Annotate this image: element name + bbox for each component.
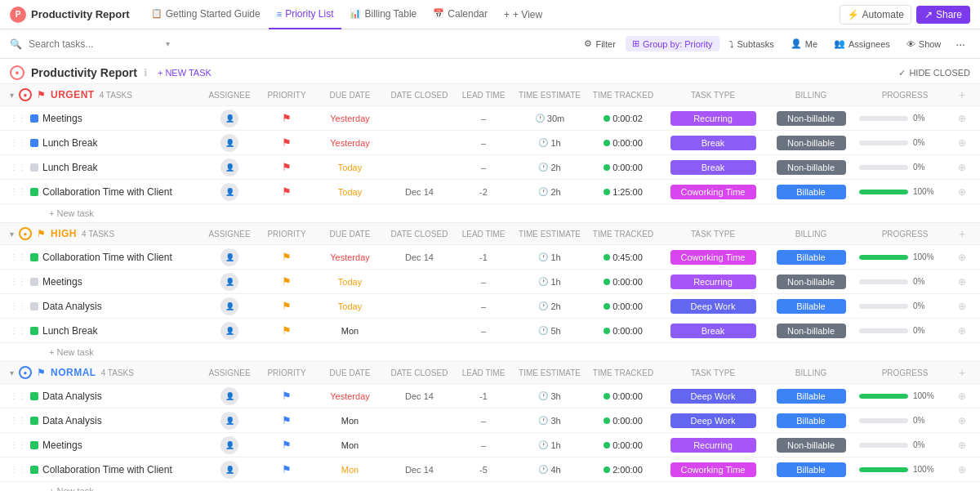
new-task-row[interactable]: + New task [0, 343, 980, 361]
subtasks-btn[interactable]: ⤵ Subtasks [723, 37, 781, 51]
filter-btn[interactable]: ⚙ Filter [577, 36, 621, 51]
due-date-cell[interactable]: Mon [315, 465, 385, 475]
drag-handle-icon[interactable]: ⋮⋮ [10, 138, 26, 147]
more-btn[interactable]: ··· [951, 35, 970, 53]
task-name[interactable]: Lunch Break [42, 162, 97, 173]
new-task-row[interactable]: + New task [0, 482, 980, 491]
due-date-cell[interactable]: Mon [315, 416, 385, 426]
priority-flag-icon[interactable]: ⚑ [282, 161, 292, 173]
task-name[interactable]: Collaboration Time with Client [42, 464, 172, 475]
add-view-btn[interactable]: + + View [496, 0, 550, 29]
task-name[interactable]: Collaboration Time with Client [42, 186, 172, 198]
due-date-cell[interactable]: Yesterday [315, 114, 385, 123]
priority-flag-icon[interactable]: ⚑ [282, 463, 292, 475]
group-by-btn[interactable]: ⊞ Group by: Priority [626, 36, 719, 51]
drag-handle-icon[interactable]: ⋮⋮ [10, 416, 26, 425]
task-name[interactable]: Collaboration Time with Client [42, 252, 172, 263]
automate-btn[interactable]: ⚡ Automate [840, 5, 911, 25]
section-collapse-icon[interactable]: ▾ [10, 91, 14, 100]
priority-flag-icon[interactable]: ⚑ [282, 275, 292, 288]
drag-handle-icon[interactable]: ⋮⋮ [10, 465, 26, 474]
task-name[interactable]: Meetings [42, 440, 82, 451]
col-add[interactable]: + [954, 366, 970, 379]
row-action[interactable]: ⊕ [954, 276, 970, 288]
due-date-cell[interactable]: Mon [315, 326, 385, 336]
due-date-cell[interactable]: Yesterday [315, 391, 385, 401]
row-action[interactable]: ⊕ [954, 440, 970, 451]
section-collapse-icon[interactable]: ▾ [10, 368, 14, 377]
drag-handle-icon[interactable]: ⋮⋮ [10, 326, 26, 335]
share-btn[interactable]: ↗ Share [916, 6, 970, 24]
chevron-down-icon[interactable]: ▾ [166, 39, 170, 48]
due-date-cell[interactable]: Yesterday [315, 138, 385, 148]
task-name[interactable]: Lunch Break [42, 137, 97, 149]
avatar[interactable]: 👤 [220, 183, 238, 201]
tab-getting-started[interactable]: 📋 Getting Started Guide [143, 0, 269, 29]
avatar[interactable]: 👤 [220, 412, 238, 430]
drag-handle-icon[interactable]: ⋮⋮ [10, 301, 26, 310]
tab-calendar[interactable]: 📅 Calendar [425, 0, 496, 29]
row-action[interactable]: ⊕ [954, 113, 970, 124]
drag-handle-icon[interactable]: ⋮⋮ [10, 277, 26, 286]
priority-flag-icon[interactable]: ⚑ [282, 414, 292, 426]
avatar[interactable]: 👤 [220, 109, 238, 127]
priority-flag-icon[interactable]: ⚑ [282, 185, 292, 198]
avatar[interactable]: 👤 [220, 134, 238, 152]
task-name[interactable]: Data Analysis [42, 415, 102, 426]
avatar[interactable]: 👤 [220, 387, 238, 405]
avatar[interactable]: 👤 [220, 273, 238, 291]
drag-handle-icon[interactable]: ⋮⋮ [10, 252, 26, 261]
due-date-cell[interactable]: Today [315, 163, 385, 172]
task-name[interactable]: Meetings [42, 113, 82, 124]
drag-handle-icon[interactable]: ⋮⋮ [10, 163, 26, 172]
show-btn[interactable]: 👁 Show [900, 37, 948, 51]
row-action[interactable]: ⊕ [954, 464, 970, 475]
section-collapse-icon[interactable]: ▾ [10, 230, 14, 239]
due-date-cell[interactable]: Today [315, 277, 385, 287]
row-action[interactable]: ⊕ [954, 391, 970, 402]
priority-flag-icon[interactable]: ⚑ [282, 390, 292, 402]
row-action[interactable]: ⊕ [954, 415, 970, 426]
task-name[interactable]: Data Analysis [42, 391, 102, 402]
col-add[interactable]: + [954, 227, 970, 240]
search-input[interactable] [29, 38, 159, 50]
col-lead-time: LEAD TIME [454, 91, 513, 100]
drag-handle-icon[interactable]: ⋮⋮ [10, 187, 26, 196]
row-action[interactable]: ⊕ [954, 301, 970, 312]
drag-handle-icon[interactable]: ⋮⋮ [10, 391, 26, 400]
row-action[interactable]: ⊕ [954, 252, 970, 263]
col-add[interactable]: + [954, 88, 970, 101]
tab-priority-list[interactable]: ≡ Priority List [269, 0, 342, 29]
hide-closed-btn[interactable]: ✓ HIDE CLOSED [898, 68, 970, 78]
drag-handle-icon[interactable]: ⋮⋮ [10, 114, 26, 123]
task-name[interactable]: Lunch Break [42, 325, 97, 337]
row-action[interactable]: ⊕ [954, 186, 970, 198]
drag-handle-icon[interactable]: ⋮⋮ [10, 440, 26, 449]
avatar[interactable]: 👤 [220, 436, 238, 454]
tab-billing-table[interactable]: 📊 Billing Table [341, 0, 425, 29]
due-date-cell[interactable]: Today [315, 301, 385, 311]
assignees-btn[interactable]: 👥 Assignees [827, 36, 897, 51]
row-action[interactable]: ⊕ [954, 162, 970, 173]
row-action[interactable]: ⊕ [954, 137, 970, 149]
new-task-btn[interactable]: + NEW TASK [158, 68, 212, 78]
new-task-row[interactable]: + New task [0, 204, 980, 222]
me-btn[interactable]: 👤 Me [784, 36, 824, 51]
avatar[interactable]: 👤 [220, 297, 238, 315]
priority-flag-icon[interactable]: ⚑ [282, 324, 292, 337]
task-name[interactable]: Data Analysis [42, 301, 102, 312]
priority-flag-icon[interactable]: ⚑ [282, 251, 292, 263]
avatar[interactable]: 👤 [220, 158, 238, 176]
avatar[interactable]: 👤 [220, 461, 238, 479]
priority-flag-icon[interactable]: ⚑ [282, 439, 292, 451]
task-name[interactable]: Meetings [42, 276, 82, 288]
priority-flag-icon[interactable]: ⚑ [282, 136, 292, 149]
due-date-cell[interactable]: Mon [315, 440, 385, 450]
priority-flag-icon[interactable]: ⚑ [282, 112, 292, 124]
avatar[interactable]: 👤 [220, 322, 238, 340]
due-date-cell[interactable]: Yesterday [315, 252, 385, 262]
row-action[interactable]: ⊕ [954, 325, 970, 337]
priority-flag-icon[interactable]: ⚑ [282, 300, 292, 312]
due-date-cell[interactable]: Today [315, 187, 385, 197]
avatar[interactable]: 👤 [220, 248, 238, 266]
